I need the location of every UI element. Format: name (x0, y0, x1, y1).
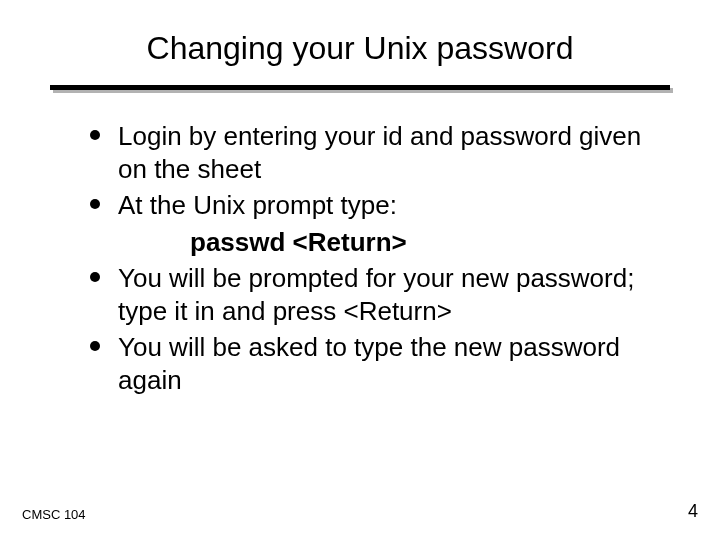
bullet-icon (90, 272, 100, 282)
bullet-icon (90, 341, 100, 351)
bullet-text: You will be prompted for your new passwo… (118, 263, 634, 326)
bullet-list: Login by entering your id and password g… (90, 120, 650, 396)
bullet-item: You will be prompted for your new passwo… (90, 262, 650, 327)
slide-title: Changing your Unix password (50, 30, 670, 67)
slide-container: Changing your Unix password Login by ent… (0, 0, 720, 540)
course-label: CMSC 104 (22, 507, 86, 522)
title-divider (50, 85, 670, 90)
bullet-icon (90, 199, 100, 209)
bullet-item: Login by entering your id and password g… (90, 120, 650, 185)
slide-footer: CMSC 104 4 (22, 501, 698, 522)
bullet-icon (90, 130, 100, 140)
bullet-item: At the Unix prompt type: (90, 189, 650, 222)
slide-content: Login by entering your id and password g… (50, 120, 670, 500)
bullet-item: You will be asked to type the new passwo… (90, 331, 650, 396)
bullet-text: You will be asked to type the new passwo… (118, 332, 620, 395)
bullet-text: Login by entering your id and password g… (118, 121, 641, 184)
bullet-subtext: passwd <Return> (90, 226, 650, 259)
bullet-text: At the Unix prompt type: (118, 190, 397, 220)
page-number: 4 (688, 501, 698, 522)
